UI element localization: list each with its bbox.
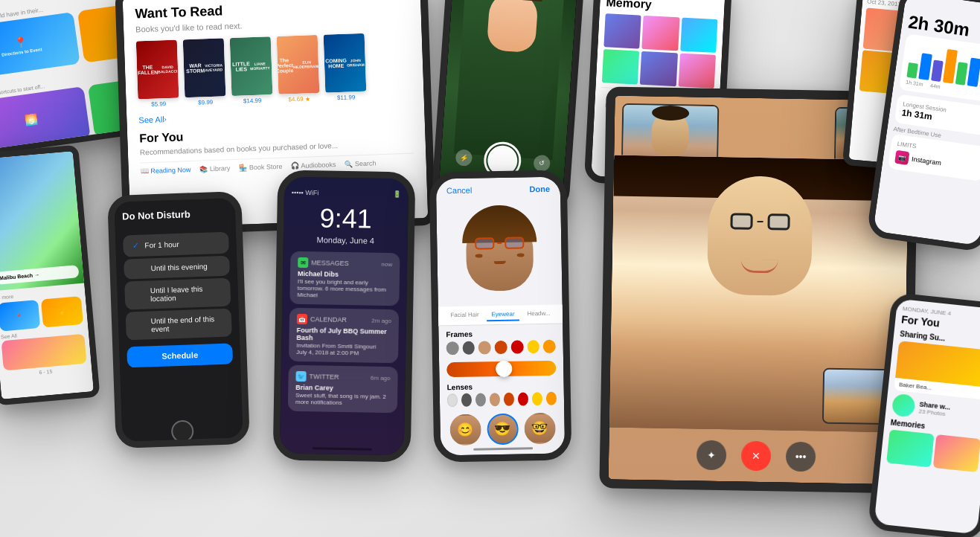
books-nav-library[interactable]: 📚 Library [199,164,230,173]
frame-color-gray[interactable] [446,341,459,355]
photo-strip [1,334,87,371]
memoji-size-slider[interactable] [446,361,556,378]
fy-avatar [891,393,916,418]
iphone-lockscreen: ▪▪▪▪▪ WiFi 🔋 9:41 Monday, June 4 ✉ MESSA… [273,170,416,462]
memoji-preview-2[interactable]: 😎 [487,414,519,446]
books-nav-reading[interactable]: 📖 Reading Now [141,166,191,175]
memoji-lens-colors [440,392,564,411]
frame-color-yellow[interactable] [527,340,539,353]
maps-view: Malibu Beach → [0,151,84,291]
st-instagram-icon: 📷 [894,150,909,165]
books-nav-store[interactable]: 🏪 Book Store [239,163,282,172]
lock-date: Monday, June 4 [316,235,374,245]
memoji-tabs: Facial Hair Eyewear Headw... [438,305,563,327]
st-chart: 1h 31m 44m [899,33,980,103]
camera-subject [441,0,577,161]
notif-twitter-label: TWITTER [309,373,370,381]
dnd-schedule-button[interactable]: Schedule [126,344,233,368]
photo-thumb-5[interactable] [640,51,678,86]
notification-messages[interactable]: ✉ MESSAGES now Michael Dibs I'll see you… [289,251,400,306]
memoji-tab-headwear[interactable]: Headw... [522,308,554,321]
st-bar-2 [919,53,932,80]
iphone-memoji: Cancel Done [429,170,572,462]
dnd-option-evening[interactable]: Until this evening [124,256,230,280]
shortcut-map[interactable]: 📍 [0,300,40,332]
memoji-header: Cancel Done [436,177,561,203]
camera-flip-icon[interactable]: ↺ [533,155,550,172]
lens-crimson[interactable] [518,392,528,405]
memoji-cancel-button[interactable]: Cancel [446,186,472,196]
memoji-tab-facial[interactable]: Facial Hair [446,309,484,322]
lens-clear[interactable] [447,393,458,407]
shortcuts-bottom: 4 more 📍 ⚡ See All 6 - 15 [0,283,94,399]
shortcut-morning[interactable]: 🌅 [0,86,91,151]
photo-thumb-3[interactable] [680,18,718,53]
lock-time: 9:41 [319,202,372,234]
lens-gray[interactable] [475,393,486,406]
notif-calendar-label: CALENDAR [310,315,371,324]
dnd-option-location[interactable]: Until I leave this location [124,278,231,310]
notif-calendar-body: Invitation From Smriti SingouriJuly 4, 2… [296,342,391,357]
lock-status-bar: ▪▪▪▪▪ WiFi 🔋 [292,189,401,199]
photo-thumb-1[interactable] [603,13,641,48]
fy-card-1[interactable]: Baker Bea... [894,341,980,399]
fy-memories-grid [886,429,980,472]
camera-flash-icon[interactable]: ⚡ [455,149,473,166]
st-bar-3 [931,60,944,83]
iphone-dnd: Do Not Disturb ✓ For 1 hour Until this e… [107,191,250,448]
checkmark-icon: ✓ [132,241,138,251]
facetime-end-button[interactable]: ✕ [741,441,772,472]
st-bar-1 [906,62,918,79]
st-app-name: Instagram [911,155,941,167]
books-nav-search[interactable]: 🔍 Search [345,159,376,167]
photos-title: Memory [606,0,719,15]
frame-color-red[interactable] [495,341,507,354]
books-see-all[interactable]: See All › [138,106,412,125]
books-nav-audio[interactable]: 🎧 Audiobooks [291,161,336,170]
memoji-done-button[interactable]: Done [529,184,550,193]
notification-twitter[interactable]: 🐦 TWITTER 6m ago Brian Carey Sweet stuff… [288,365,398,414]
notif-messages-time: now [381,260,392,267]
lens-dark[interactable] [461,393,472,407]
facetime-effects-button[interactable]: ✦ [696,440,727,471]
notif-twitter-body: Sweet stuff, that song is my jam. 2 more… [295,392,390,407]
memoji-preview-3[interactable]: 🤓 [524,413,556,445]
messages-app-icon: ✉ [298,257,308,268]
frame-color-crimson[interactable] [510,340,523,353]
memoji-avatar [436,201,562,307]
lens-orange[interactable] [546,392,557,405]
lens-brown[interactable] [490,393,500,406]
facetime-more-button[interactable]: ••• [786,442,816,472]
lock-signal: ▪▪▪▪▪ WiFi [292,189,319,197]
lens-red[interactable] [504,393,514,406]
memoji-frames-label: Frames [438,324,563,342]
notif-calendar-event: Fourth of July BBQ Summer Bash [296,327,391,343]
memoji-face [465,216,534,292]
photo-thumb-4[interactable] [602,49,640,84]
st-bar-5 [955,62,967,86]
twitter-app-icon: 🐦 [295,371,306,382]
fy-memory-1[interactable] [886,429,934,467]
memoji-glasses [472,237,527,249]
memoji-tab-eyewear[interactable]: Eyewear [487,309,519,322]
fy-memory-2[interactable] [933,434,980,472]
frame-color-dark[interactable] [462,341,475,355]
photo-thumb-2[interactable] [642,16,680,51]
dnd-option-1hour[interactable]: ✓ For 1 hour [123,232,229,257]
memoji-preview-1[interactable]: 😊 [449,414,481,446]
memoji-preview-options: 😊 😎 🤓 [440,408,565,451]
memoji-home-indicator [473,447,533,450]
memoji-right-lens [505,237,524,248]
lens-yellow[interactable] [532,392,542,405]
frame-color-brown[interactable] [478,341,491,354]
frame-color-orange[interactable] [543,340,556,353]
dnd-option-event[interactable]: Until the end of this event [126,309,232,341]
notification-calendar[interactable]: 📅 CALENDAR 2m ago Fourth of July BBQ Sum… [289,308,399,364]
home-button[interactable] [171,419,194,441]
photo-thumb-6[interactable] [678,53,716,88]
shortcut-sw[interactable]: ⚡ [41,296,83,328]
memoji-slider-thumb [496,361,512,377]
maps-destination: Malibu Beach → [0,265,80,285]
notif-twitter-time: 6m ago [371,374,391,381]
facetime-ipad-bar [740,483,770,485]
